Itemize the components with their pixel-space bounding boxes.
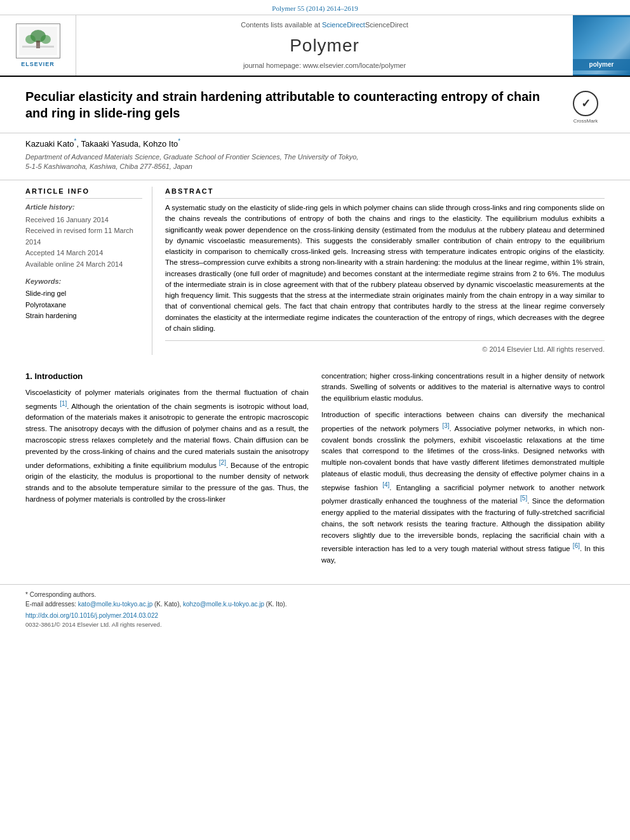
copyright-line: © 2014 Elsevier Ltd. All rights reserved… xyxy=(165,340,605,354)
email1-name: (K. Kato), xyxy=(154,601,183,608)
body-right-column: concentration; higher cross-linking conc… xyxy=(321,371,605,571)
body-left-column: 1. Introduction Viscoelasticity of polym… xyxy=(25,371,309,571)
crossmark-icon: ✓ xyxy=(573,91,598,116)
ref-1: [1] xyxy=(60,400,67,407)
intro-section-title: 1. Introduction xyxy=(25,371,309,382)
affiliation: Department of Advanced Materials Science… xyxy=(0,151,630,180)
authors-line: Kazuaki Kato*, Takaaki Yasuda, Kohzo Ito… xyxy=(0,133,630,152)
email2-link[interactable]: kohzo@molle.k.u-tokyo.ac.jp xyxy=(183,601,264,608)
svg-point-3 xyxy=(25,35,36,44)
affiliation-line2: 5-1-5 Kashiwanoha, Kashiwa, Chiba 277-85… xyxy=(25,163,192,170)
article-title: Peculiar elasticity and strain hardening… xyxy=(25,88,566,121)
footer-area: * Corresponding authors. E-mail addresse… xyxy=(0,584,630,634)
svg-point-4 xyxy=(41,35,51,44)
ref-6: [6] xyxy=(573,542,580,549)
author-yasuda: Takaaki Yasuda xyxy=(81,139,139,149)
email-line: E-mail addresses: kato@molle.ku-tokyo.ac… xyxy=(25,599,605,609)
ref-4: [4] xyxy=(382,481,389,488)
keyword-polyrotaxane: Polyrotaxane xyxy=(25,300,142,311)
contents-line: Contents lists available at ScienceDirec… xyxy=(241,20,408,30)
svg-rect-5 xyxy=(22,46,54,48)
ref-3: [3] xyxy=(442,422,449,429)
body-content: 1. Introduction Viscoelasticity of polym… xyxy=(0,361,630,581)
elsevier-logo: ELSEVIER xyxy=(0,15,76,76)
abstract-heading: ABSTRACT xyxy=(165,187,605,199)
footer-bottom: http://dx.doi.org/10.1016/j.polymer.2014… xyxy=(25,611,605,629)
corresponding-note: * Corresponding authors. xyxy=(25,590,605,599)
issn-line: 0032-3861/© 2014 Elsevier Ltd. All right… xyxy=(25,621,162,628)
received-revised-date: Received in revised form 11 March 2014 xyxy=(25,225,142,248)
available-date: Available online 24 March 2014 xyxy=(25,259,142,270)
journal-center: Contents lists available at ScienceDirec… xyxy=(76,15,573,76)
abstract-text: A systematic study on the elasticity of … xyxy=(165,203,605,334)
elsevier-logo-image xyxy=(16,23,60,58)
author-kato: Kazuaki Kato* xyxy=(25,139,77,149)
received-date: Received 16 January 2014 xyxy=(25,215,142,226)
article-info-heading: ARTICLE INFO xyxy=(25,187,142,199)
elsevier-text: ELSEVIER xyxy=(21,60,55,69)
accepted-date: Accepted 14 March 2014 xyxy=(25,248,142,259)
history-label: Article history: xyxy=(25,203,142,212)
crossmark-label: CrossMark xyxy=(573,117,598,124)
email-label: E-mail addresses: xyxy=(25,601,76,608)
journal-name: Polymer xyxy=(290,33,359,58)
ref-2: [2] xyxy=(219,459,226,466)
affiliation-line1: Department of Advanced Materials Science… xyxy=(25,153,358,161)
top-bar: Polymer 55 (2014) 2614–2619 xyxy=(0,0,630,15)
corresponding-authors-label: * Corresponding authors. xyxy=(25,591,96,598)
intro-paragraph-3: Introduction of specific interactions be… xyxy=(321,410,605,566)
article-title-area: Peculiar elasticity and strain hardening… xyxy=(0,77,630,133)
crossmark-logo: ✓ CrossMark xyxy=(566,88,605,124)
article-info-abstract-section: ARTICLE INFO Article history: Received 1… xyxy=(0,180,630,361)
author-ito: Kohzo Ito* xyxy=(143,139,180,149)
journal-cover-image: polymer xyxy=(573,15,630,76)
keyword-strain: Strain hardening xyxy=(25,310,142,322)
journal-homepage: journal homepage: www.elsevier.com/locat… xyxy=(243,61,406,70)
ref-5: [5] xyxy=(520,495,527,502)
article-info-column: ARTICLE INFO Article history: Received 1… xyxy=(25,187,152,355)
sciencedirect-link[interactable]: ScienceDirect xyxy=(322,21,365,29)
journal-citation: Polymer 55 (2014) 2614–2619 xyxy=(272,4,358,12)
email2-name: (K. Ito). xyxy=(266,601,287,608)
doi-link[interactable]: http://dx.doi.org/10.1016/j.polymer.2014… xyxy=(25,612,158,619)
abstract-column: ABSTRACT A systematic study on the elast… xyxy=(165,187,605,355)
polymer-label: polymer xyxy=(573,59,630,70)
email1-link[interactable]: kato@molle.ku-tokyo.ac.jp xyxy=(78,601,152,608)
intro-paragraph-2: concentration; higher cross-linking conc… xyxy=(321,371,605,404)
journal-header: ELSEVIER Contents lists available at Sci… xyxy=(0,15,630,77)
keyword-slide-ring: Slide-ring gel xyxy=(25,288,142,300)
keywords-section: Keywords: Slide-ring gel Polyrotaxane St… xyxy=(25,277,142,322)
intro-paragraph-1: Viscoelasticity of polymer materials ori… xyxy=(25,387,309,505)
authors: Kazuaki Kato*, Takaaki Yasuda, Kohzo Ito… xyxy=(25,139,180,149)
keywords-label: Keywords: xyxy=(25,277,142,286)
